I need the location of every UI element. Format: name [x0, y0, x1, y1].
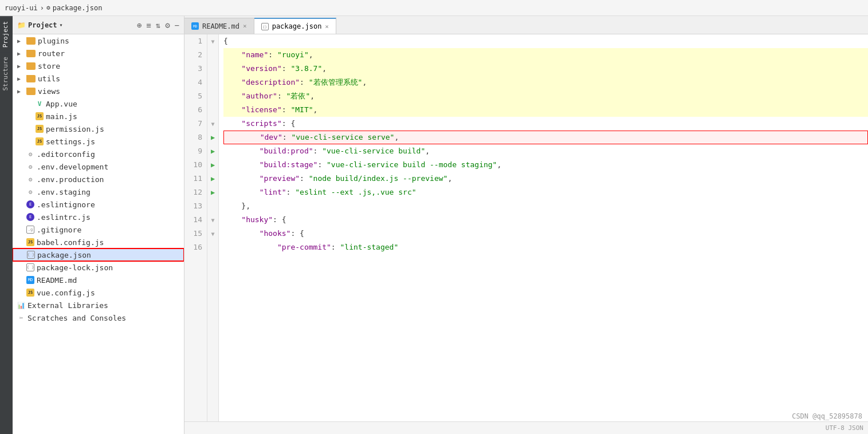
code-line-1: {: [223, 34, 868, 48]
line-number-3: 3: [184, 62, 207, 76]
fold-marker-9[interactable]: ▶: [207, 144, 218, 158]
tree-item-main-js[interactable]: JSmain.js: [13, 110, 184, 123]
tree-label-app-vue: App.vue: [46, 100, 77, 108]
tree-item-eslintignore[interactable]: E.eslintignore: [13, 198, 184, 211]
tree-arrow-utils: ▶: [17, 76, 25, 82]
tree-label-env-production: .env.production: [37, 175, 104, 184]
tree-item-router[interactable]: ▶router: [13, 47, 184, 60]
project-label: Project: [28, 21, 57, 29]
fold-marker-5: [207, 89, 218, 103]
file-tree-header-left: 📁 Project ▾: [17, 21, 63, 29]
tree-arrow-store: ▶: [17, 63, 25, 69]
collapse-icon[interactable]: ≡: [146, 21, 151, 30]
tab-icon-package-tab: {}: [261, 23, 269, 30]
tree-item-plugins[interactable]: ▶plugins: [13, 34, 184, 47]
tree-label-eslintignore: .eslintignore: [37, 200, 95, 209]
code-line-3: "version": "3.8.7",: [223, 62, 868, 76]
tree-bottom-scratch[interactable]: ✂Scratches and Consoles: [13, 311, 184, 324]
tree-label-permission-js: permission.js: [46, 125, 104, 133]
tree-item-package-json[interactable]: { }package.json: [13, 248, 184, 261]
code-line-13: },: [223, 199, 868, 213]
tree-label-gitignore: .gitignore: [37, 226, 81, 234]
fold-marker-14[interactable]: ▼: [207, 213, 218, 227]
locate-icon[interactable]: ⊕: [137, 21, 142, 30]
folder-icon-header: 📁: [17, 21, 26, 29]
tree-item-babel-config[interactable]: JSbabel.config.js: [13, 236, 184, 248]
line-number-12: 12: [184, 186, 207, 199]
tab-close-readme-tab[interactable]: ×: [243, 22, 247, 30]
tree-bottom-lib[interactable]: 📊External Libraries: [13, 299, 184, 311]
fold-marker-8[interactable]: ▶: [207, 131, 218, 144]
tree-item-store[interactable]: ▶store: [13, 60, 184, 72]
code-line-15: "hooks": {: [223, 227, 868, 240]
code-line-8: "dev": "vue-cli-service serve",: [223, 131, 868, 144]
tree-label-views: views: [38, 87, 60, 96]
line-number-9: 9: [184, 144, 207, 158]
breadcrumb-file: package.json: [53, 4, 103, 12]
line-number-4: 4: [184, 76, 207, 89]
fold-marker-3: [207, 62, 218, 76]
expand-icon[interactable]: ⇅: [156, 21, 160, 30]
tree-label-plugins: plugins: [38, 37, 69, 45]
fold-marker-13: [207, 199, 218, 213]
fold-marker-7[interactable]: ▼: [207, 117, 218, 131]
fold-gutter: ▼▼▶▶▶▶▶▼▼: [207, 34, 219, 421]
breadcrumb-project[interactable]: ruoyi-ui: [5, 4, 38, 12]
tree-label-main-js: main.js: [46, 112, 77, 121]
tab-package-tab[interactable]: {}package.json×: [254, 18, 336, 34]
tree-arrow-router: ▶: [17, 50, 25, 57]
tree-item-env-production[interactable]: ⚙.env.production: [13, 173, 184, 186]
code-content: { "name": "ruoyi", "version": "3.8.7", "…: [219, 34, 868, 421]
tree-item-eslintrc[interactable]: E.eslintrc.js: [13, 211, 184, 223]
status-bar: UTF-8 JSON: [184, 421, 868, 434]
fold-marker-15[interactable]: ▼: [207, 227, 218, 240]
line-number-6: 6: [184, 103, 207, 117]
tree-label-eslintrc: .eslintrc.js: [37, 213, 91, 222]
code-line-5: "author": "若依",: [223, 89, 868, 103]
tree-item-views[interactable]: ▶views: [13, 85, 184, 97]
close-icon[interactable]: −: [175, 21, 179, 30]
tree-label-store: store: [38, 62, 60, 70]
code-line-16: "pre-commit": "lint-staged": [223, 240, 868, 254]
tree-item-vue-config-js[interactable]: JSvue.config.js: [13, 286, 184, 299]
line-number-10: 10: [184, 158, 207, 172]
tree-item-env-staging[interactable]: ⚙.env.staging: [13, 186, 184, 198]
tree-item-app-vue[interactable]: VApp.vue: [13, 97, 184, 110]
tree-item-settings-js[interactable]: JSsettings.js: [13, 135, 184, 148]
tree-label-editorconfig: .editorconfig: [37, 150, 95, 159]
tree-label-settings-js: settings.js: [46, 137, 95, 146]
fold-marker-1[interactable]: ▼: [207, 34, 218, 48]
tree-item-permission-js[interactable]: JSpermission.js: [13, 123, 184, 135]
fold-marker-12[interactable]: ▶: [207, 186, 218, 199]
tab-label-package-tab: package.json: [272, 22, 322, 30]
project-dropdown[interactable]: ▾: [60, 22, 63, 28]
tree-item-readme-md[interactable]: MDREADME.md: [13, 274, 184, 286]
tree-arrow-plugins: ▶: [17, 38, 25, 44]
code-editor[interactable]: 12345678910111213141516 ▼▼▶▶▶▶▶▼▼ { "nam…: [184, 34, 868, 421]
line-number-2: 2: [184, 48, 207, 62]
tree-label-package-json: package.json: [37, 251, 91, 259]
sidebar-tab-structure[interactable]: Structure: [0, 52, 13, 96]
tree-bottom-label-lib: External Libraries: [28, 301, 108, 310]
file-tree-header: 📁 Project ▾ ⊕ ≡ ⇅ ⚙ −: [13, 16, 184, 34]
sidebar-tab-strip: Project Structure: [0, 16, 13, 434]
tab-readme-tab[interactable]: MDREADME.md×: [184, 18, 254, 34]
tree-item-package-lock-json[interactable]: { }package-lock.json: [13, 261, 184, 274]
fold-marker-11[interactable]: ▶: [207, 172, 218, 186]
fold-marker-6: [207, 103, 218, 117]
tree-label-utils: utils: [38, 74, 60, 83]
main-layout: Project Structure 📁 Project ▾ ⊕ ≡ ⇅ ⚙ − …: [0, 16, 868, 434]
tree-item-editorconfig[interactable]: ⚙.editorconfig: [13, 148, 184, 160]
line-number-14: 14: [184, 213, 207, 227]
fold-marker-10[interactable]: ▶: [207, 158, 218, 172]
tree-item-gitignore[interactable]: .g.gitignore: [13, 223, 184, 236]
tab-close-package-tab[interactable]: ×: [325, 23, 329, 30]
tree-arrow-views: ▶: [17, 88, 25, 94]
tab-label-readme-tab: README.md: [202, 22, 239, 30]
line-number-1: 1: [184, 34, 207, 48]
tree-item-utils[interactable]: ▶utils: [13, 72, 184, 85]
sidebar-tab-project[interactable]: Project: [0, 16, 13, 52]
tree-label-env-staging: .env.staging: [37, 188, 91, 196]
tree-item-env-development[interactable]: ⚙.env.development: [13, 160, 184, 173]
settings-icon[interactable]: ⚙: [165, 21, 170, 30]
